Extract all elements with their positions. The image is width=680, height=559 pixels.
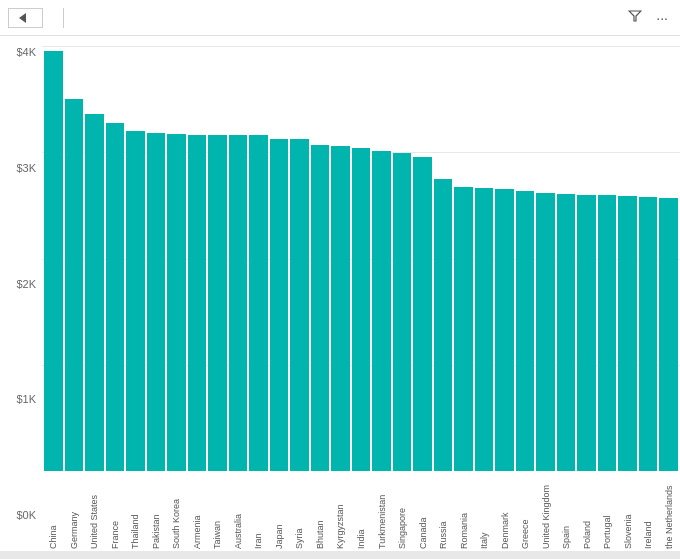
x-axis-label: Syria <box>294 471 304 549</box>
bar-wrapper <box>352 46 371 471</box>
bar-wrapper <box>413 46 432 471</box>
y-label-1k: $1K <box>16 393 36 405</box>
bar-wrapper <box>495 46 514 471</box>
header-divider <box>63 8 64 28</box>
bar[interactable] <box>229 135 248 471</box>
bar[interactable] <box>208 135 227 471</box>
x-axis-label: Portugal <box>602 471 612 549</box>
bar-wrapper <box>393 46 412 471</box>
bar[interactable] <box>659 198 678 471</box>
x-axis-label: Australia <box>233 471 243 549</box>
bar[interactable] <box>598 195 617 471</box>
bar[interactable] <box>167 134 186 471</box>
bar[interactable] <box>393 153 412 471</box>
x-axis-label: Italy <box>479 471 489 549</box>
y-label-0k: $0K <box>16 509 36 521</box>
bar-wrapper <box>311 46 330 471</box>
bar-wrapper <box>249 46 268 471</box>
x-axis-label: United Kingdom <box>541 471 551 549</box>
bar-wrapper <box>290 46 309 471</box>
y-label-2k: $2K <box>16 278 36 290</box>
x-label-wrapper: Australia <box>229 471 248 551</box>
filter-button[interactable] <box>624 7 646 28</box>
x-label-wrapper: Syria <box>290 471 309 551</box>
bar-wrapper <box>229 46 248 471</box>
bar[interactable] <box>311 145 330 471</box>
bottom-scrollbar[interactable] <box>0 551 680 559</box>
bar-wrapper <box>65 46 84 471</box>
x-axis-label: Slovenia <box>623 471 633 549</box>
x-axis-label: Germany <box>69 471 79 549</box>
more-options-button[interactable]: ··· <box>652 8 672 28</box>
bar-wrapper <box>44 46 63 471</box>
chart-area: $4K $3K $2K $1K $0K <box>0 36 680 551</box>
bars-area <box>42 46 680 471</box>
bar-wrapper <box>167 46 186 471</box>
x-axis-label: Japan <box>274 471 284 549</box>
bar-wrapper <box>208 46 227 471</box>
x-label-wrapper: Armenia <box>188 471 207 551</box>
bar[interactable] <box>85 114 104 471</box>
x-label-wrapper: Denmark <box>495 471 514 551</box>
x-label-wrapper: the Netherlands <box>659 471 678 551</box>
x-axis-label: Pakistan <box>151 471 161 549</box>
bar-wrapper <box>639 46 658 471</box>
bar[interactable] <box>106 123 125 471</box>
bar[interactable] <box>516 191 535 471</box>
x-axis-label: India <box>356 471 366 549</box>
bar[interactable] <box>249 135 268 471</box>
x-label-wrapper: Turkmenistan <box>372 471 391 551</box>
more-options-icon: ··· <box>656 10 668 26</box>
x-axis-label: Denmark <box>500 471 510 549</box>
x-axis-label: Turkmenistan <box>377 471 387 549</box>
back-to-report-button[interactable] <box>8 8 43 28</box>
x-axis-label: Canada <box>418 471 428 549</box>
bar[interactable] <box>434 179 453 471</box>
x-label-wrapper: Canada <box>413 471 432 551</box>
bar[interactable] <box>331 146 350 472</box>
bar[interactable] <box>536 193 555 471</box>
x-axis-label: France <box>110 471 120 549</box>
x-axis-label: China <box>48 471 58 549</box>
bar[interactable] <box>352 148 371 471</box>
x-label-wrapper: Thailand <box>126 471 145 551</box>
x-axis-label: Romania <box>459 471 469 549</box>
x-label-wrapper: South Korea <box>167 471 186 551</box>
x-label-wrapper: Italy <box>475 471 494 551</box>
bar[interactable] <box>475 188 494 471</box>
bar-wrapper <box>536 46 555 471</box>
bar[interactable] <box>454 187 473 471</box>
bar[interactable] <box>639 197 658 471</box>
bar[interactable] <box>495 189 514 471</box>
bar[interactable] <box>270 139 289 471</box>
bar[interactable] <box>577 195 596 471</box>
x-label-wrapper: Japan <box>270 471 289 551</box>
x-axis-label: Poland <box>582 471 592 549</box>
bar[interactable] <box>413 157 432 471</box>
bar-wrapper <box>270 46 289 471</box>
bar-wrapper <box>85 46 104 471</box>
x-axis-label: Greece <box>520 471 530 549</box>
bar-wrapper <box>434 46 453 471</box>
x-label-wrapper: Iran <box>249 471 268 551</box>
bar[interactable] <box>126 131 145 471</box>
bar[interactable] <box>65 99 84 471</box>
bar[interactable] <box>618 196 637 471</box>
bar[interactable] <box>557 194 576 471</box>
bar[interactable] <box>147 133 166 471</box>
bar-wrapper <box>331 46 350 471</box>
x-label-wrapper: India <box>352 471 371 551</box>
bar-wrapper <box>188 46 207 471</box>
bar-wrapper <box>126 46 145 471</box>
x-axis-label: Kyrgyzstan <box>335 471 345 549</box>
bar[interactable] <box>372 151 391 471</box>
bars-container <box>42 46 680 471</box>
bar[interactable] <box>44 51 63 471</box>
x-label-wrapper: Taiwan <box>208 471 227 551</box>
bar[interactable] <box>188 135 207 471</box>
x-label-wrapper: France <box>106 471 125 551</box>
bar-wrapper <box>659 46 678 471</box>
bar[interactable] <box>290 139 309 471</box>
bar-wrapper <box>577 46 596 471</box>
x-label-wrapper: Pakistan <box>147 471 166 551</box>
